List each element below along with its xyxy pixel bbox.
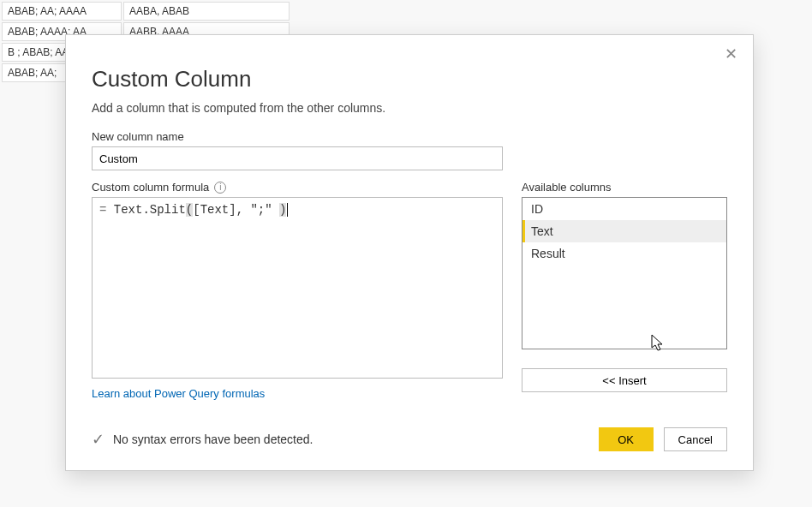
dialog-subtitle: Add a column that is computed from the o…	[92, 101, 727, 115]
formula-function: Text.Split	[114, 203, 186, 217]
available-column-text[interactable]: Text	[522, 220, 726, 242]
cancel-button[interactable]: Cancel	[664, 427, 727, 451]
formula-editor[interactable]: = Text.Split([Text], ";" )	[92, 197, 503, 379]
text-cursor	[287, 203, 288, 217]
info-icon[interactable]: i	[214, 182, 226, 194]
table-row: ABAB; AA; AAAA AABA, ABAB	[2, 2, 290, 21]
formula-column-ref: [Text]	[193, 203, 236, 217]
ok-button[interactable]: OK	[599, 427, 654, 451]
cell[interactable]: AABA, ABAB	[123, 2, 290, 21]
learn-link[interactable]: Learn about Power Query formulas	[92, 387, 265, 400]
new-column-name-label: New column name	[92, 130, 727, 143]
insert-button[interactable]: << Insert	[522, 368, 727, 392]
status-text: No syntax errors have been detected.	[113, 432, 313, 446]
new-column-name-input[interactable]	[92, 146, 503, 170]
dialog-footer: ✓ No syntax errors have been detected. O…	[92, 427, 727, 451]
available-columns-label: Available columns	[522, 181, 727, 194]
available-column-result[interactable]: Result	[522, 242, 726, 265]
formula-string: ";"	[250, 203, 279, 217]
open-paren: (	[186, 203, 193, 217]
close-paren: )	[279, 203, 286, 217]
cell[interactable]: ABAB; AA; AAAA	[2, 2, 122, 21]
close-icon[interactable]: ✕	[720, 44, 741, 64]
check-icon: ✓	[92, 430, 104, 449]
dialog-title: Custom Column	[92, 66, 727, 92]
available-columns-list[interactable]: ID Text Result	[522, 197, 727, 349]
available-column-id[interactable]: ID	[522, 198, 726, 220]
formula-prefix: =	[99, 203, 114, 217]
formula-sep: ,	[236, 203, 251, 217]
custom-column-dialog: ✕ Custom Column Add a column that is com…	[65, 34, 754, 471]
formula-label: Custom column formula	[92, 181, 209, 194]
